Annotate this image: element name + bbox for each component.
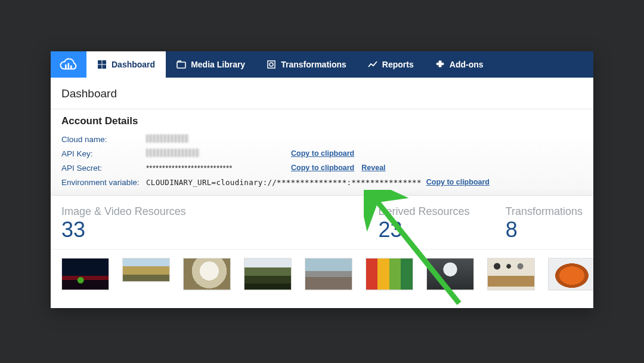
thumbnail-strip <box>51 249 593 290</box>
row-env-var: Environment variable: CLOUDINARY_URL=clo… <box>61 175 583 189</box>
thumbnail[interactable] <box>305 258 352 290</box>
nav-items: Dashboard Media Library Transformations … <box>86 51 494 78</box>
page-title: Dashboard <box>51 78 593 109</box>
api-key-copy-link[interactable]: Copy to clipboard <box>291 149 354 158</box>
stat-derived: Derived Resources 23 <box>379 205 470 242</box>
api-secret-reveal-link[interactable]: Reveal <box>361 164 385 172</box>
thumbnail[interactable] <box>548 258 593 290</box>
row-api-key: API Key: Copy to clipboard <box>61 146 583 161</box>
nav-transformations[interactable]: Transformations <box>256 51 357 78</box>
thumbnail[interactable] <box>61 258 109 290</box>
svg-rect-1 <box>68 63 70 69</box>
svg-rect-8 <box>268 61 275 68</box>
app-window: Dashboard Media Library Transformations … <box>51 51 593 308</box>
row-api-secret: API Secret: *************************** … <box>61 161 583 175</box>
section-title-account: Account Details <box>51 109 593 132</box>
stat-resources-title: Image & Video Resources <box>61 205 186 218</box>
thumbnail[interactable] <box>487 258 535 290</box>
stats-row: Image & Video Resources 33 Derived Resou… <box>51 196 593 245</box>
thumbnail[interactable] <box>366 258 413 290</box>
nav-label: Dashboard <box>112 60 155 69</box>
stat-resources-value: 33 <box>61 218 186 242</box>
svg-rect-4 <box>103 60 106 64</box>
env-var-value: CLOUDINARY_URL=cloudinary://************… <box>146 178 426 187</box>
thumbnail[interactable] <box>122 258 170 282</box>
api-secret-label: API Secret: <box>61 164 146 173</box>
svg-rect-5 <box>98 65 101 69</box>
reports-icon <box>368 60 377 69</box>
api-secret-copy-link[interactable]: Copy to clipboard <box>291 164 354 172</box>
stat-transformations-title: Transformations <box>506 205 583 218</box>
logo[interactable] <box>51 51 86 78</box>
transformations-icon <box>267 60 276 69</box>
media-library-icon <box>177 60 186 69</box>
stat-derived-title: Derived Resources <box>379 205 470 218</box>
api-key-label: API Key: <box>61 149 146 158</box>
cloud-logo-icon <box>58 56 79 73</box>
svg-rect-3 <box>98 60 101 64</box>
svg-rect-6 <box>103 65 106 69</box>
addons-icon <box>435 60 445 69</box>
cloud-name-label: Cloud name: <box>61 135 146 144</box>
svg-rect-2 <box>70 66 72 69</box>
stat-transformations: Transformations 8 <box>506 205 583 242</box>
nav-label: Add-ons <box>450 60 484 69</box>
nav-addons[interactable]: Add-ons <box>425 51 494 78</box>
api-secret-value: *************************** <box>146 164 291 173</box>
cloud-name-value <box>146 134 291 144</box>
thumbnail[interactable] <box>244 258 292 290</box>
nav-label: Media Library <box>191 60 245 69</box>
nav-media-library[interactable]: Media Library <box>166 51 256 78</box>
stat-derived-value: 23 <box>379 218 470 242</box>
nav-label: Transformations <box>281 60 346 69</box>
dashboard-icon <box>97 60 107 69</box>
row-cloud-name: Cloud name: <box>61 132 583 146</box>
nav-reports[interactable]: Reports <box>357 51 425 78</box>
env-var-label: Environment variable: <box>61 178 146 187</box>
svg-rect-7 <box>177 62 185 68</box>
svg-point-9 <box>270 63 273 66</box>
env-var-copy-link[interactable]: Copy to clipboard <box>426 178 490 186</box>
nav-dashboard[interactable]: Dashboard <box>86 51 166 78</box>
stat-resources: Image & Video Resources 33 <box>61 205 186 242</box>
account-details: Cloud name: API Key: Copy to clipboard A… <box>51 132 593 196</box>
thumbnail[interactable] <box>426 258 474 290</box>
stat-transformations-value: 8 <box>506 218 583 242</box>
nav-label: Reports <box>382 60 414 69</box>
thumbnail[interactable] <box>183 258 231 290</box>
svg-rect-0 <box>65 64 67 69</box>
api-key-value <box>146 149 291 159</box>
top-nav: Dashboard Media Library Transformations … <box>51 51 593 78</box>
